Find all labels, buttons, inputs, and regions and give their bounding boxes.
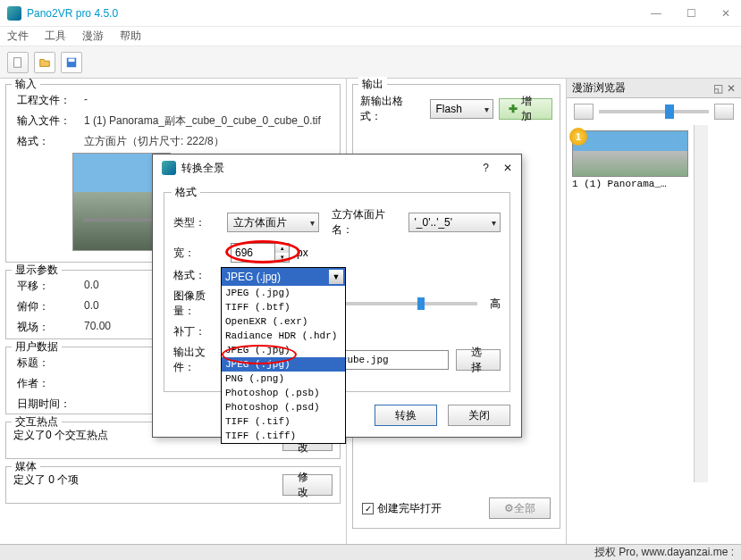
browser-header: 漫游浏览器 ◱✕	[567, 79, 741, 98]
close-button[interactable]: 关闭	[448, 405, 510, 426]
save-button[interactable]	[61, 52, 82, 73]
format-combobox-open[interactable]: JPEG (.jpg) ▼ JPEG (.jpg)TIFF (.btf)Open…	[221, 267, 346, 444]
format-option[interactable]: Radiance HDR (.hdr)	[222, 329, 345, 343]
chevron-down-icon[interactable]: ▼	[329, 270, 343, 284]
type-select[interactable]: 立方体面片	[227, 213, 319, 232]
menu-file[interactable]: 文件	[7, 29, 29, 44]
format-option[interactable]: PNG (.png)	[222, 372, 345, 386]
fmt-label: 格式：	[13, 131, 80, 152]
width-label: 宽：	[173, 246, 223, 261]
help-icon[interactable]: ?	[483, 162, 489, 174]
hotspot-group-title: 交互热点	[12, 414, 62, 430]
svg-rect-2	[69, 58, 75, 62]
dialog-title: 转换全景	[181, 161, 224, 176]
title-label: 标题：	[13, 353, 80, 373]
userdata-group-title: 用户数据	[12, 339, 62, 355]
slider-min-icon[interactable]	[574, 104, 594, 120]
titlebar: Pano2VR pro 4.5.0 — ☐ ✕	[0, 0, 741, 27]
width-unit: px	[297, 247, 308, 259]
format-option[interactable]: JPEG (.jpg)	[222, 286, 345, 300]
cubename-label: 立方体面片名：	[332, 207, 400, 238]
spin-down-icon[interactable]: ▾	[274, 253, 289, 262]
media-group-title: 媒体	[12, 459, 40, 474]
open-after-label: 创建完毕打开	[377, 501, 442, 516]
outfile-label: 输出文件：	[173, 345, 223, 375]
newformat-label: 新输出格式：	[360, 94, 425, 124]
convert-button[interactable]: 转换	[375, 405, 437, 426]
format-option[interactable]: OpenEXR (.exr)	[222, 314, 345, 329]
app-logo-icon	[7, 6, 21, 21]
quality-label: 图像质量：	[173, 288, 223, 319]
display-group-title: 显示参数	[12, 263, 62, 278]
infile-value: 1 (1) Panorama_副本_cube_0_cube_0_cube_0.t…	[80, 111, 333, 131]
format-option[interactable]: TIFF (.btf)	[222, 300, 345, 314]
tour-thumbnail-caption: 1 (1) Panorama_…	[572, 177, 688, 189]
svg-rect-0	[14, 57, 21, 67]
author-label: 作者：	[13, 373, 80, 394]
primary-badge-icon: 1	[569, 128, 587, 146]
browser-title: 漫游浏览器	[572, 80, 626, 96]
maximize-icon[interactable]: ☐	[683, 5, 700, 21]
thumbnail-size-slider-row	[567, 98, 741, 125]
toolbar	[0, 46, 741, 79]
menubar: 文件 工具 漫游 帮助	[0, 27, 741, 46]
date-label: 日期时间：	[13, 394, 80, 414]
format-option[interactable]: TIFF (.tif)	[222, 414, 345, 429]
format-option[interactable]: JPEG (.jpg)	[222, 357, 345, 372]
window-title: Pano2VR pro 4.5.0	[27, 7, 118, 20]
license-text: 授权 Pro, www.dayanzai.me :	[594, 545, 734, 560]
quality-hi-label: 高	[490, 297, 501, 312]
fmt-value: 立方面片（切片尺寸: 222/8）	[80, 131, 333, 152]
dialog-titlebar[interactable]: 转换全景 ? ✕	[153, 155, 521, 181]
proj-label: 工程文件：	[13, 90, 80, 111]
spin-up-icon[interactable]: ▴	[274, 244, 289, 253]
patch-label: 补丁：	[173, 324, 223, 339]
slider-max-icon[interactable]	[714, 104, 734, 120]
thumbnail-size-slider[interactable]	[599, 110, 709, 113]
dock-icon[interactable]: ◱	[713, 82, 723, 95]
close-icon[interactable]: ✕	[718, 5, 734, 21]
statusbar: 授权 Pro, www.dayanzai.me :	[0, 544, 741, 560]
input-group-title: 输入	[12, 79, 40, 92]
all-button[interactable]: ⚙ 全部	[489, 497, 551, 519]
open-button[interactable]	[34, 52, 55, 73]
format-label: 格式：	[173, 268, 223, 283]
browser-scrollbar[interactable]	[694, 125, 708, 482]
type-label: 类型：	[173, 215, 220, 230]
plus-icon: ✚	[509, 103, 518, 115]
tour-thumbnail-item[interactable]: 1 1 (1) Panorama_…	[572, 130, 688, 477]
format-option[interactable]: Photoshop (.psb)	[222, 386, 345, 400]
newformat-select[interactable]: Flash	[430, 99, 494, 119]
format-option[interactable]: TIFF (.tiff)	[222, 429, 345, 443]
dialog-logo-icon	[162, 161, 176, 175]
open-after-checkbox[interactable]	[362, 503, 374, 514]
add-output-button[interactable]: ✚增加	[499, 98, 552, 120]
menu-help[interactable]: 帮助	[120, 29, 141, 44]
menu-tour[interactable]: 漫游	[82, 29, 104, 44]
media-group: 媒体 定义了 0 个项 修改	[5, 466, 341, 504]
tour-thumbnail-image: 1	[572, 130, 688, 177]
hotspot-text: 定义了0 个交互热点	[13, 429, 108, 441]
infile-label: 输入文件：	[13, 111, 80, 131]
new-button[interactable]	[7, 52, 29, 73]
width-spinner[interactable]: ▴▾	[231, 243, 290, 263]
panel-close-icon[interactable]: ✕	[727, 82, 736, 95]
media-modify-button[interactable]: 修改	[282, 474, 333, 496]
format-option[interactable]: JPEG (.jpg)	[222, 343, 345, 357]
dialog-close-icon[interactable]: ✕	[503, 162, 512, 174]
fov-label: 视场：	[13, 317, 80, 338]
format-option[interactable]: Photoshop (.psd)	[222, 400, 345, 414]
media-text: 定义了 0 个项	[13, 473, 79, 486]
cubename-select[interactable]: '_0'..'_5'	[408, 213, 501, 232]
format-group-title: 格式	[172, 185, 200, 200]
tilt-label: 俯仰：	[13, 297, 80, 317]
minimize-icon[interactable]: —	[647, 5, 665, 21]
menu-tools[interactable]: 工具	[45, 29, 66, 44]
width-input[interactable]	[232, 244, 274, 262]
output-group-title: 输出	[358, 77, 387, 92]
select-file-button[interactable]: 选择	[456, 349, 501, 371]
proj-value: -	[80, 90, 333, 111]
browser-panel: 漫游浏览器 ◱✕ 1 1 (1) Panorama_…	[567, 79, 741, 544]
convert-dialog: 转换全景 ? ✕ 格式 类型： 立方体面片 立方体面片名： '_0'..'_5'…	[152, 154, 522, 438]
pan-label: 平移：	[13, 276, 80, 297]
